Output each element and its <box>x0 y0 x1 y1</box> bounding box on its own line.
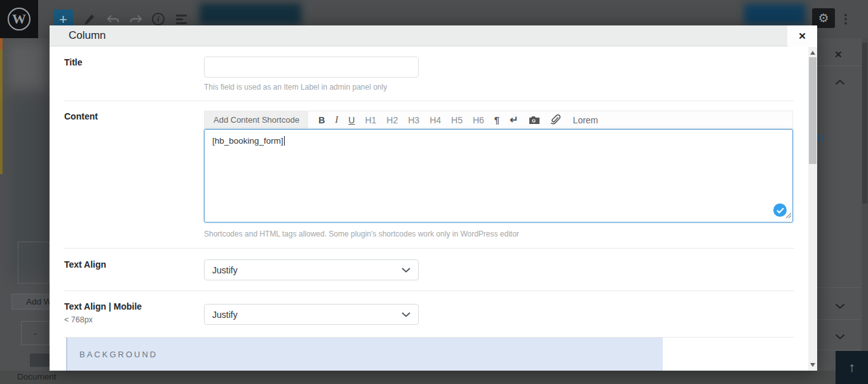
heading6-button[interactable]: H6 <box>468 115 489 125</box>
shortcode-text: [hb_booking_form] <box>212 136 285 146</box>
text-align-mobile-label: Text Align | Mobile <box>64 301 142 312</box>
title-input[interactable] <box>204 57 419 78</box>
text-align-mobile-value: Justify <box>212 310 238 320</box>
dimmed-thumbnail <box>30 353 50 367</box>
notice-accent-bar <box>0 38 3 50</box>
close-icon: ✕ <box>798 31 806 42</box>
wordpress-logo-button[interactable]: W <box>0 0 38 38</box>
divider <box>64 248 794 249</box>
panel-chevron-down-icon[interactable] <box>835 334 845 339</box>
scroll-to-top-button[interactable]: ↑ <box>836 351 868 384</box>
options-kebab-icon[interactable]: ⋮ <box>841 10 850 27</box>
text-align-label: Text Align <box>64 259 106 270</box>
title-field-label: Title <box>64 57 83 67</box>
heading4-button[interactable]: H4 <box>424 115 446 125</box>
gear-icon: ⚙ <box>818 11 829 25</box>
bold-button[interactable]: B <box>313 115 330 125</box>
check-icon <box>776 207 784 214</box>
dimmed-update-button <box>744 4 806 25</box>
dimmed-left-canvas: Add W - <box>0 38 50 371</box>
wordpress-logo-icon: W <box>8 8 31 31</box>
background-section-header[interactable]: BACKGROUND <box>66 338 663 371</box>
heading5-button[interactable]: H5 <box>446 115 468 125</box>
page-scrollbar[interactable] <box>862 38 868 371</box>
details-info-icon[interactable]: i <box>152 13 165 25</box>
resize-handle[interactable] <box>785 210 792 221</box>
dimmed-settings-sidebar: ✕ 41 <box>817 38 868 371</box>
heading3-button[interactable]: H3 <box>403 115 424 125</box>
modal-scrollbar-thumb[interactable] <box>809 57 817 164</box>
text-caret <box>284 136 285 146</box>
editor-footer-bar: Document <box>0 371 868 384</box>
add-widget-button[interactable]: Add W <box>11 294 50 310</box>
modal-title: Column <box>69 29 106 42</box>
camera-icon <box>529 116 540 125</box>
chevron-down-icon <box>402 268 410 273</box>
modal-scrollbar[interactable] <box>808 47 817 371</box>
warning-accent-bar <box>0 50 3 174</box>
lorem-button[interactable]: Lorem <box>568 115 604 125</box>
text-align-mobile-select[interactable]: Justify <box>204 304 419 325</box>
revisions-count-link[interactable]: 41 <box>817 133 825 143</box>
text-align-value: Justify <box>212 265 238 275</box>
scrollbar-up-arrow[interactable] <box>810 51 815 55</box>
column-settings-modal: Column ✕ Title This field is used as an … <box>50 25 817 371</box>
chevron-down-icon <box>402 312 410 317</box>
heading1-button[interactable]: H1 <box>360 115 381 125</box>
text-align-select[interactable]: Justify <box>204 259 419 280</box>
paragraph-pilcrow-button[interactable]: ¶ <box>489 114 505 125</box>
modal-header: Column <box>50 25 817 46</box>
underline-button[interactable]: U <box>343 115 360 125</box>
list-view-icon[interactable] <box>176 15 187 24</box>
valid-check-badge <box>773 203 787 217</box>
content-helper-text: Shortcodes and HTML tags allowed. Some p… <box>204 230 519 238</box>
add-content-shortcode-button[interactable]: Add Content Shortcode <box>205 111 308 128</box>
title-helper-text: This field is used as an Item Label in a… <box>204 83 387 92</box>
attachment-link-button[interactable] <box>545 114 566 125</box>
panel-chevron-up-icon[interactable] <box>835 79 845 85</box>
divider <box>64 291 794 291</box>
background-section-label: BACKGROUND <box>79 350 158 359</box>
dimmed-widget-outline <box>18 242 50 284</box>
italic-button[interactable]: I <box>330 114 343 125</box>
heading2-button[interactable]: H2 <box>381 115 403 125</box>
content-textarea[interactable]: [hb_booking_form] <box>204 129 793 223</box>
content-editor-toolbar: Add Content Shortcode B I U H1 H2 H3 H4 … <box>204 111 793 129</box>
dimmed-panel <box>8 43 50 90</box>
dimmed-minus-box: - <box>21 321 50 345</box>
modal-body: Title This field is used as an Item Labe… <box>50 46 808 371</box>
scrollbar-down-arrow[interactable] <box>810 363 815 367</box>
dimmed-selected-block <box>200 3 301 25</box>
mobile-breakpoint-note: < 768px <box>64 315 93 324</box>
camera-media-button[interactable] <box>524 116 545 125</box>
arrow-up-icon: ↑ <box>848 360 855 375</box>
page-scrollbar-thumb[interactable] <box>862 43 867 203</box>
line-break-button[interactable]: ↵ <box>505 114 523 126</box>
divider <box>64 100 794 101</box>
document-breadcrumb[interactable]: Document <box>17 372 57 381</box>
paperclip-icon <box>550 114 560 125</box>
content-field-label: Content <box>64 111 98 121</box>
modal-close-button[interactable]: ✕ <box>787 25 817 47</box>
sidebar-close-icon[interactable]: ✕ <box>834 49 844 59</box>
panel-chevron-down-icon[interactable] <box>835 303 845 309</box>
